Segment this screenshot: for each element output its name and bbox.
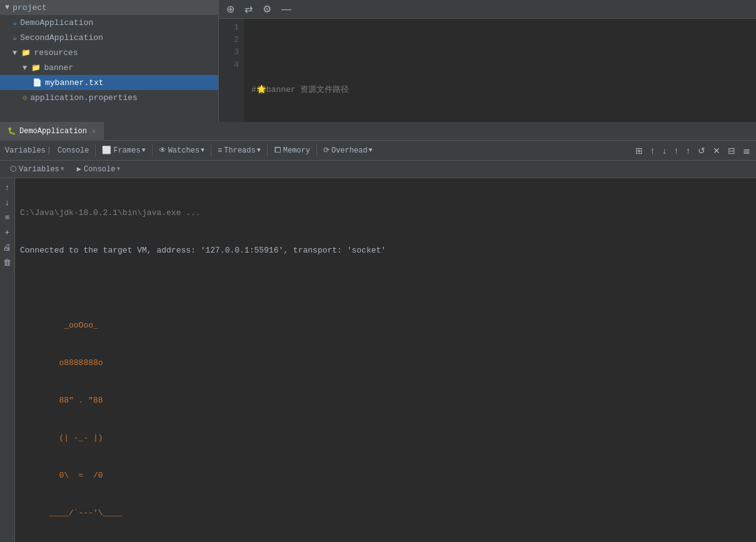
expand-icon3: ▼ 📁 — [23, 63, 41, 73]
debug-memory-section[interactable]: ⧠ Memory — [271, 143, 313, 159]
app-props-label: application.properties — [30, 93, 138, 103]
expand-icon: ▼ — [5, 3, 9, 12]
debug-watches-section[interactable]: 👁 Watches ▼ — [156, 143, 207, 159]
console-icon: ▶ — [77, 164, 81, 174]
console-empty1 — [20, 282, 751, 294]
file-tree-demo-app[interactable]: ☕ DemoApplication — [0, 15, 218, 30]
top-toolbar: ⊕ ⇄ ⚙ — — [219, 0, 756, 19]
console-path-line: C:\Java\jdk-18.0.2.1\bin\java.exe ... — [20, 207, 751, 219]
console-connected-line: Connected to the target VM, address: '12… — [20, 244, 751, 257]
file-tree-mybanner[interactable]: 📄 mybanner.txt — [0, 75, 218, 90]
sec-variables-label: Variables — [19, 165, 59, 174]
ascii-line-5: 0\ = /0 — [20, 469, 751, 482]
debug-console-section[interactable]: Console — [55, 143, 91, 159]
toolbar-btn-up[interactable]: ↑ — [647, 144, 658, 158]
editor: 1 2 3 4 #🌟banner 资源文件路径 spring.banner.lo… — [219, 19, 756, 122]
debug-frames-section[interactable]: ⬜ Frames ▼ — [99, 143, 148, 159]
divider1 — [95, 144, 96, 157]
java-icon: ☕ — [13, 18, 17, 28]
toolbar-btn-list[interactable]: ≣ — [740, 144, 753, 158]
file-tree-app-props[interactable]: ⚙ application.properties — [0, 90, 218, 105]
sec-tab-variables[interactable]: ⬡ Variables ▼ — [5, 163, 69, 176]
debug-threads-section[interactable]: ≡ Threads ▼ — [215, 143, 263, 159]
console-label: Console — [58, 146, 89, 155]
line-num-2: 2 — [219, 34, 239, 46]
left-toolbar: ↑ ↓ ≡ + 🖨 🗑 — [0, 178, 15, 542]
sec-console-label: Console — [84, 165, 115, 174]
ascii-line-1: _ooOoo_ — [20, 319, 751, 332]
divider5 — [316, 144, 317, 157]
toolbar-btn-up3[interactable]: ↑ — [683, 144, 693, 158]
left-btn-print[interactable]: 🖨 — [1, 241, 14, 253]
tab-debug-icon: 🐛 — [8, 127, 16, 135]
frames-icon: ⬜ — [102, 146, 111, 155]
line-num-3: 3 — [219, 46, 239, 59]
project-label: project — [13, 3, 47, 13]
file-tree-resources[interactable]: ▼ 📁 resources — [0, 45, 218, 60]
file-tree-banner-folder[interactable]: ▼ 📁 banner — [0, 60, 218, 75]
second-app-label: SecondApplication — [20, 33, 103, 43]
minimize-button[interactable]: — — [279, 3, 294, 16]
toolbar-btn-layout[interactable]: ⊟ — [725, 144, 738, 158]
debug-toolbar: Variables | Console ⬜ Frames ▼ 👁 Watches… — [0, 141, 756, 161]
ascii-line-3: 88" . "88 — [20, 394, 751, 407]
left-btn-down[interactable]: ↓ — [1, 196, 14, 208]
sec-tab-console[interactable]: ▶ Console ▼ — [72, 163, 126, 176]
line-num-1: 1 — [219, 21, 239, 34]
editor-line-2: #🌟banner 资源文件路径 — [251, 84, 748, 96]
variables-icon: ⬡ — [10, 164, 16, 174]
tab-demo-application[interactable]: 🐛 DemoApplication ✕ — [0, 122, 104, 141]
editor-content[interactable]: #🌟banner 资源文件路径 spring.banner.location=c… — [244, 19, 756, 122]
watches-icon: 👁 — [159, 146, 166, 155]
left-btn-up[interactable]: ↑ — [1, 181, 14, 193]
console[interactable]: C:\Java\jdk-18.0.2.1\bin\java.exe ... Co… — [15, 178, 756, 542]
frames-dropdown-icon: ▼ — [142, 147, 146, 154]
tab-close-btn[interactable]: ✕ — [92, 128, 96, 135]
left-btn-delete[interactable]: 🗑 — [1, 256, 14, 268]
overhead-icon: ⟳ — [323, 146, 330, 155]
overhead-dropdown-icon: ▼ — [369, 147, 373, 154]
toolbar-btn-stop[interactable]: ✕ — [710, 144, 723, 158]
file-tree: ▼ project ☕ DemoApplication ☕ SecondAppl… — [0, 0, 219, 122]
editor-line-1 — [251, 46, 748, 59]
file-tree-second-app[interactable]: ☕ SecondApplication — [0, 30, 218, 45]
settings-button[interactable]: ⚙ — [260, 2, 274, 16]
watches-label: Watches — [168, 146, 199, 155]
demo-app-label: DemoApplication — [20, 18, 93, 28]
file-tree-project[interactable]: ▼ project — [0, 0, 218, 15]
divider3 — [211, 144, 211, 157]
frames-label: Frames — [113, 146, 140, 155]
secondary-tab-bar: ⬡ Variables ▼ ▶ Console ▼ — [0, 161, 756, 178]
tab-bar: 🐛 DemoApplication ✕ — [0, 122, 756, 141]
expand-icon2: ▼ 📁 — [13, 48, 31, 58]
java-icon2: ☕ — [13, 33, 17, 43]
line-num-4: 4 — [219, 59, 239, 71]
tab-label: DemoApplication — [19, 127, 87, 136]
ascii-line-4: (| -_- |) — [20, 432, 751, 444]
layout-button[interactable]: ⇄ — [242, 2, 255, 16]
toolbar-btn-down[interactable]: ↓ — [659, 144, 670, 158]
line-numbers: 1 2 3 4 — [219, 19, 244, 122]
ascii-line-6: ____/`---'\____ — [20, 507, 751, 519]
txt-icon: 📄 — [33, 78, 42, 88]
memory-icon: ⧠ — [274, 146, 281, 155]
debug-overhead-section[interactable]: ⟳ Overhead ▼ — [321, 143, 375, 159]
toolbar-btn-grid[interactable]: ⊞ — [632, 144, 646, 158]
watches-dropdown-icon: ▼ — [201, 147, 204, 154]
toolbar-btn-up2[interactable]: ↑ — [671, 144, 682, 158]
threads-label: Threads — [224, 146, 255, 155]
toolbar-btn-refresh[interactable]: ↺ — [695, 144, 708, 158]
overhead-label: Overhead — [331, 146, 368, 155]
mybanner-label: mybanner.txt — [45, 78, 104, 88]
left-btn-add[interactable]: + — [1, 226, 14, 238]
variables-label: Variables — [5, 146, 46, 155]
props-icon: ⚙ — [23, 93, 27, 103]
ascii-line-2: o8888888o — [20, 357, 751, 369]
divider2 — [152, 144, 153, 157]
memory-label: Memory — [283, 146, 310, 155]
left-btn-list[interactable]: ≡ — [1, 211, 14, 223]
threads-dropdown-icon: ▼ — [257, 147, 261, 154]
threads-icon: ≡ — [218, 146, 222, 155]
add-button[interactable]: ⊕ — [224, 2, 237, 16]
debug-variables-section[interactable]: Variables | — [3, 143, 54, 159]
